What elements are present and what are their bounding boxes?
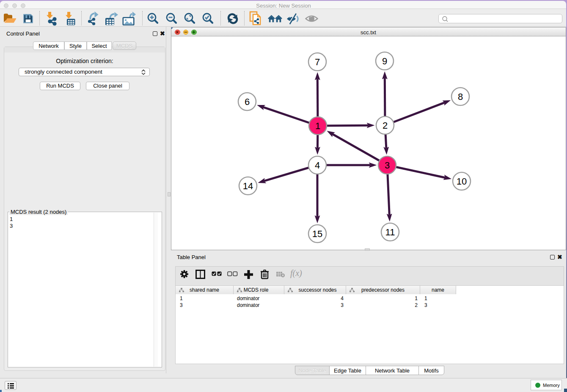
svg-text:6: 6: [245, 97, 250, 107]
svg-text:11: 11: [385, 227, 395, 237]
svg-text:10: 10: [457, 176, 467, 187]
svg-text:4: 4: [315, 160, 320, 171]
svg-text:15: 15: [312, 229, 322, 239]
svg-text:3: 3: [385, 160, 390, 171]
svg-text:14: 14: [243, 181, 253, 191]
svg-text:1: 1: [315, 121, 320, 131]
svg-text:8: 8: [458, 91, 463, 102]
svg-text:9: 9: [382, 56, 387, 66]
svg-text:7: 7: [315, 57, 320, 67]
svg-text:2: 2: [383, 120, 388, 131]
